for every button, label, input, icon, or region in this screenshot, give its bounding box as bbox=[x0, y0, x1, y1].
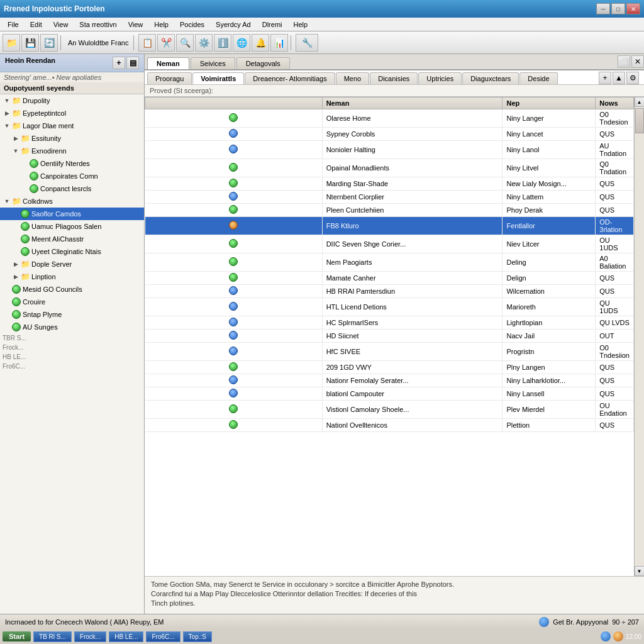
tree-item-frock[interactable]: Frock... bbox=[0, 343, 144, 352]
table-row[interactable]: Mamate CanherDelignQUS bbox=[145, 272, 634, 285]
toolbar-btn-1[interactable]: 📁 bbox=[3, 34, 20, 52]
tab-detagovals[interactable]: Detagovals bbox=[236, 57, 290, 69]
table-row[interactable]: 209 1GD VWYPlny LangenQUS bbox=[145, 361, 634, 374]
subtab-dreaencer[interactable]: Dreaencer- Atlomnitiags bbox=[245, 72, 335, 84]
tree-item-dople[interactable]: ▶ 📁 Dople Server bbox=[0, 258, 144, 270]
toolbar-btn-8[interactable]: ℹ️ bbox=[214, 34, 231, 52]
tree-item-hble[interactable]: HB LE... bbox=[0, 352, 144, 362]
status-text: Incrnaoed to for Cnecech Walond ( AllA) … bbox=[5, 618, 534, 626]
menu-file[interactable]: File bbox=[3, 19, 24, 30]
table-row[interactable]: HC SplrmarlSersLighrtlopianQU LVDS bbox=[145, 316, 634, 330]
table-container[interactable]: Neman Nep Nows Olarese HomeNiny LangerO0… bbox=[145, 97, 634, 576]
subtab-prooragu[interactable]: Prooragu bbox=[147, 72, 192, 84]
table-row[interactable]: blationl CampouterNiny LansellQUS bbox=[145, 387, 634, 401]
menu-starreotn[interactable]: Sta rreottivn bbox=[74, 19, 121, 30]
taskbar-item-4[interactable]: Fro6C... bbox=[146, 631, 180, 642]
table-row[interactable]: Nem PaogiartsDelingA0 Baliation bbox=[145, 253, 634, 272]
subtab-dicanisies[interactable]: Dicanisies bbox=[370, 72, 418, 84]
subtab-deside[interactable]: Deside bbox=[519, 72, 557, 84]
menu-edit[interactable]: Edit bbox=[25, 19, 47, 30]
tab-neman[interactable]: Neman bbox=[147, 57, 189, 69]
table-row[interactable]: HfC SIVEEProgristnO0 Tndesiion bbox=[145, 343, 634, 361]
tree-item-oentiify[interactable]: Oentiify Nterdes bbox=[0, 157, 144, 170]
taskbar-item-3[interactable]: HB LE... bbox=[109, 631, 143, 642]
taskbar-item-1[interactable]: TB Rl S... bbox=[33, 631, 72, 642]
table-row[interactable]: HB RRAI PamtersdiunWilcernationQUS bbox=[145, 285, 634, 298]
scroll-thumb[interactable] bbox=[635, 108, 644, 133]
tree-item-lagor[interactable]: ▼ 📁 Lagor Dlae ment bbox=[0, 119, 144, 132]
menu-help2[interactable]: Help bbox=[289, 19, 313, 30]
tree-item-eypetep[interactable]: ▶ 📁 Eypeteptintcol bbox=[0, 107, 144, 119]
tree-item-drupolity[interactable]: ▼ 📁 Drupolity bbox=[0, 94, 144, 107]
table-row[interactable]: Vistionl Camolary Shoele...Plev MierdelO… bbox=[145, 401, 634, 419]
tree-item-tbr[interactable]: TBR S... bbox=[0, 333, 144, 343]
table-row[interactable]: DIIC Seven Shge Corier...Niev LitcerOU 1… bbox=[145, 235, 634, 253]
toolbar-btn-4[interactable]: 📋 bbox=[138, 34, 156, 52]
table-row[interactable]: Nationr Femolaly Serater...Niny Lalharkl… bbox=[145, 374, 634, 387]
table-row[interactable]: Nternbent CiorplierNiny LattemQUS bbox=[145, 191, 634, 204]
left-panel-add-btn[interactable]: + bbox=[113, 57, 125, 69]
table-row[interactable]: HTL Licend DetionsMariorethQU 1UDS bbox=[145, 298, 634, 316]
menu-dlremi[interactable]: Dlremi bbox=[257, 19, 287, 30]
taskbar-item-2[interactable]: Frock... bbox=[74, 631, 106, 642]
tree-item-conpanct[interactable]: Conpanct lesrcls bbox=[0, 182, 144, 195]
scroll-up-arrow[interactable]: ▲ bbox=[635, 97, 645, 107]
toolbar-btn-12[interactable]: 🔧 bbox=[296, 34, 318, 52]
table-row[interactable]: Nonioler HaltingNiny LanolAU Tndation bbox=[145, 141, 634, 159]
table-row[interactable]: Marding Star-ShadeNew Lialy Mosign...QUS bbox=[145, 177, 634, 191]
maximize-button[interactable]: □ bbox=[611, 3, 625, 14]
table-row[interactable]: Sypney CoroblsNiny LancetQUS bbox=[145, 128, 634, 141]
menu-pocides[interactable]: Pocides bbox=[175, 19, 209, 30]
tree-item-saoflar[interactable]: Saoflor Camdos bbox=[0, 208, 144, 220]
tree-item-meent[interactable]: Meent AliChasstr bbox=[0, 233, 144, 245]
tree-item-mesid[interactable]: Mesid GO Councils bbox=[0, 283, 144, 296]
toolbar-btn-5[interactable]: ✂️ bbox=[157, 34, 175, 52]
table-row[interactable]: Opainal MonadlientsNiny LitvelQ0 Tndatio… bbox=[145, 159, 634, 177]
scrollbar[interactable]: ▲ ▼ bbox=[634, 97, 644, 576]
toolbar-btn-3[interactable]: 🔄 bbox=[40, 34, 58, 52]
table-row[interactable]: Olarese HomeNiny LangerO0 Tndesion bbox=[145, 109, 634, 128]
scroll-up-btn[interactable]: ▲ bbox=[613, 72, 625, 84]
menu-view[interactable]: View bbox=[48, 19, 74, 30]
minimize-button[interactable]: ─ bbox=[596, 3, 610, 14]
close-button[interactable]: ✕ bbox=[626, 3, 640, 14]
toolbar-btn-2[interactable]: 💾 bbox=[21, 34, 39, 52]
tree-item-canpoi[interactable]: Canpoirates Comn bbox=[0, 170, 144, 182]
toolbar-btn-9[interactable]: 🌐 bbox=[233, 34, 250, 52]
toolbar-btn-6[interactable]: 🔍 bbox=[176, 34, 194, 52]
start-button[interactable]: Start bbox=[3, 631, 31, 641]
subtab-voimirattls[interactable]: Voimirattls bbox=[192, 72, 244, 84]
tree-item-au[interactable]: AU Sunges bbox=[0, 321, 144, 333]
menu-syerdcy[interactable]: Syerdcy Ad bbox=[211, 19, 256, 30]
tree-item-colkd[interactable]: ▼ 📁 Colkdnws bbox=[0, 195, 144, 208]
toolbar-btn-10[interactable]: 🔔 bbox=[252, 34, 269, 52]
tree-item-exnod[interactable]: ▼ 📁 Exnodirenn bbox=[0, 145, 144, 157]
add-item-btn[interactable]: + bbox=[599, 72, 611, 84]
panel-restore-btn[interactable]: ⬜ bbox=[618, 55, 630, 68]
tab-seivices[interactable]: Seivices bbox=[191, 57, 235, 69]
tree-item-linption[interactable]: ▶ 📁 Linption bbox=[0, 270, 144, 283]
subtab-uptricies[interactable]: Uptricies bbox=[418, 72, 462, 84]
table-row[interactable]: HD SiicnetNacv JailOUT bbox=[145, 330, 634, 343]
settings-icon-btn[interactable]: ⚙ bbox=[626, 72, 639, 84]
subtab-meno[interactable]: Meno bbox=[336, 72, 370, 84]
menu-help[interactable]: Help bbox=[149, 19, 174, 30]
table-row[interactable]: Pleen CuntclehiienPhoy DerakQUS bbox=[145, 204, 634, 217]
subtab-diagux[interactable]: Diaguxctears bbox=[462, 72, 519, 84]
tree-item-crouire[interactable]: Crouire bbox=[0, 296, 144, 308]
taskbar-item-5[interactable]: Top.:S bbox=[183, 631, 212, 642]
left-panel-icon-btn[interactable]: ▤ bbox=[126, 57, 139, 69]
menu-view2[interactable]: View bbox=[123, 19, 148, 30]
tree-item-uyeet[interactable]: Uyeet Clleginatic Ntais bbox=[0, 245, 144, 258]
tree-item-sntap[interactable]: Sntap Plyme bbox=[0, 308, 144, 321]
toolbar-btn-7[interactable]: ⚙️ bbox=[195, 34, 213, 52]
tree-item-uamuc[interactable]: Uamuc Pliagoos Salen bbox=[0, 220, 144, 233]
tree-item-essitunity[interactable]: ▶ 📁 Essitunity bbox=[0, 132, 144, 145]
toolbar-btn-11[interactable]: 📊 bbox=[270, 34, 288, 52]
tree-item-fro6[interactable]: Fro6C... bbox=[0, 362, 144, 371]
table-row[interactable]: Nationl OvelltenicosPlettionQUS bbox=[145, 419, 634, 432]
panel-close-btn[interactable]: ✕ bbox=[631, 55, 644, 68]
right-panel: Neman Seivices Detagovals ⬜ ✕ Prooragu V… bbox=[145, 54, 644, 614]
scroll-down-arrow[interactable]: ▼ bbox=[635, 566, 645, 576]
table-row[interactable]: FB8 KtluroFentlallorOD-3rlation bbox=[145, 217, 634, 235]
